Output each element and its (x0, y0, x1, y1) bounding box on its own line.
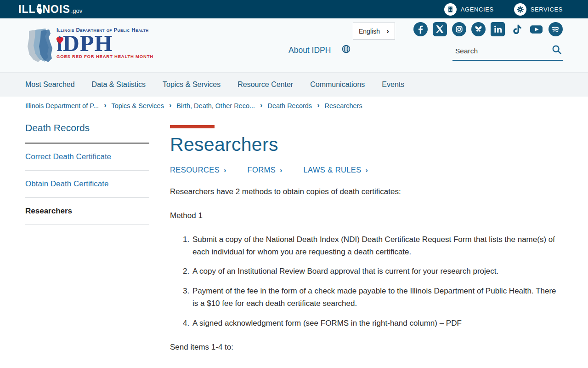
send-to-label: Send items 1-4 to: (170, 341, 558, 354)
page-title: Researchers (170, 134, 558, 155)
idph-acronym-i: i♥ (57, 32, 63, 56)
nav-most-searched[interactable]: Most Searched (25, 80, 75, 89)
breadcrumb-researchers[interactable]: Researchers (324, 102, 362, 109)
agencies-link[interactable]: AGENCIES (444, 3, 494, 16)
x-twitter-icon[interactable] (433, 22, 447, 36)
illinois-logo-tld: .gov (71, 7, 83, 14)
breadcrumb-birth-death-records[interactable]: Birth, Death, Other Reco... (176, 102, 255, 109)
main-navigation: Most Searched Data & Statistics Topics &… (0, 72, 588, 97)
nav-data-statistics[interactable]: Data & Statistics (92, 80, 146, 89)
resources-link[interactable]: RESOURCES › (170, 166, 226, 174)
services-link[interactable]: SERVICES (514, 3, 563, 16)
laws-rules-link[interactable]: LAWS & RULES › (304, 166, 368, 174)
illinois-state-layers-icon (25, 27, 54, 66)
idph-acronym-rest: DPH (63, 30, 113, 56)
about-idph-link[interactable]: About IDPH (288, 46, 331, 55)
youtube-icon[interactable] (529, 22, 543, 36)
globe-icon (342, 45, 351, 55)
breadcrumb-death-records[interactable]: Death Records (267, 102, 312, 109)
breadcrumb-home[interactable]: Illinois Department of P... (25, 102, 99, 109)
list-item: Payment of the fee in the form of a chec… (192, 285, 558, 310)
linkedin-icon[interactable] (491, 22, 505, 36)
intro-paragraph: Researchers have 2 methods to obtain cop… (170, 186, 558, 198)
sidebar-item-obtain-death-certificate[interactable]: Obtain Death Certificate (25, 171, 149, 198)
list-item: A signed acknowledgment form (see FORMS … (192, 317, 558, 330)
mailing-address: Illinois Department of Public Health Div… (170, 365, 558, 368)
title-accent-bar (170, 125, 215, 128)
language-value: English (359, 28, 380, 35)
sidebar-title-death-records[interactable]: Death Records (25, 122, 149, 144)
breadcrumb-topics-services[interactable]: Topics & Services (111, 102, 164, 109)
method-steps-list: Submit a copy of the National Death Inde… (170, 234, 558, 330)
facebook-icon[interactable] (413, 22, 428, 36)
bluesky-icon[interactable] (471, 22, 486, 36)
search-icon (552, 49, 562, 56)
method-label: Method 1 (170, 210, 558, 222)
chevron-right-icon: › (386, 27, 389, 36)
search-button[interactable] (550, 45, 564, 58)
topbar-links: AGENCIES (444, 3, 563, 16)
tiktok-icon[interactable] (510, 22, 524, 36)
language-selector[interactable]: English › (353, 23, 395, 40)
spotify-icon[interactable] (548, 22, 563, 36)
nav-topics-services[interactable]: Topics & Services (163, 80, 220, 89)
list-item: Submit a copy of the National Death Inde… (192, 234, 558, 259)
chevron-right-icon: › (260, 101, 262, 109)
building-icon (444, 3, 457, 16)
idph-tagline: GOES RED FOR HEART HEALTH MONTH (57, 54, 153, 59)
page: ILL NOIS .gov AGE (0, 0, 588, 368)
list-item: A copy of an Institutional Review Board … (192, 265, 558, 278)
section-sidebar: Death Records Correct Death Certificate … (25, 122, 149, 225)
chevron-right-icon: › (280, 166, 282, 174)
idph-acronym: i♥DPH (57, 33, 153, 54)
site-header: Illinois Department of Public Health i♥D… (0, 18, 588, 72)
search-input[interactable] (452, 47, 550, 55)
chevron-right-icon: › (366, 166, 368, 174)
state-topbar: ILL NOIS .gov AGE (0, 0, 588, 18)
agencies-label: AGENCIES (461, 6, 494, 13)
sidebar-item-correct-death-certificate[interactable]: Correct Death Certificate (25, 144, 149, 171)
illinois-logo-text-post: NOIS (43, 3, 70, 16)
idph-logo-text: Illinois Department of Public Health i♥D… (57, 27, 153, 66)
nav-resource-center[interactable]: Resource Center (237, 80, 293, 89)
nav-events[interactable]: Events (382, 80, 404, 89)
services-label: SERVICES (531, 6, 563, 13)
address-line-1: Illinois Department of Public Health (170, 365, 558, 368)
nav-communications[interactable]: Communications (310, 80, 365, 89)
social-links (413, 22, 563, 36)
illinois-logo-text-pre: ILL (18, 3, 36, 16)
sidebar-item-researchers[interactable]: Researchers (25, 198, 149, 225)
gears-icon (514, 3, 526, 16)
section-links: RESOURCES › FORMS › LAWS & RULES › (170, 166, 558, 174)
chevron-right-icon: › (169, 101, 171, 109)
chevron-right-icon: › (317, 101, 319, 109)
instagram-icon[interactable] (452, 22, 466, 36)
chevron-right-icon: › (104, 101, 106, 109)
forms-link[interactable]: FORMS › (248, 166, 283, 174)
search-box (452, 42, 563, 61)
main-content: Researchers RESOURCES › FORMS › LAWS & R… (170, 122, 558, 368)
idph-logo[interactable]: Illinois Department of Public Health i♥D… (25, 27, 153, 66)
breadcrumb: Illinois Department of P... › Topics & S… (0, 97, 588, 115)
illinois-gov-logo[interactable]: ILL NOIS .gov (18, 3, 82, 16)
heart-icon: ♥ (56, 36, 65, 46)
chevron-right-icon: › (224, 166, 226, 174)
illinois-state-icon (36, 4, 42, 16)
